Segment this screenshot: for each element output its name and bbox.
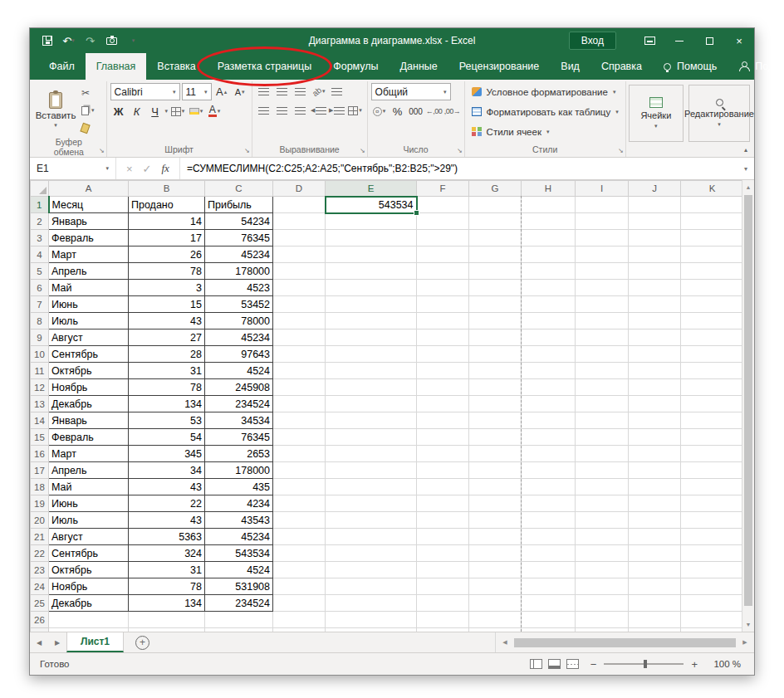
cell-I1[interactable] <box>576 197 629 213</box>
sign-in-button[interactable]: Вход <box>569 32 616 50</box>
cell-H20[interactable] <box>522 512 576 529</box>
cell-H1[interactable] <box>522 197 576 213</box>
cell-E1[interactable]: 543534 <box>326 197 417 213</box>
dialog-launcher-icon[interactable]: ↘ <box>457 148 463 154</box>
cell-J8[interactable] <box>629 313 681 329</box>
row-header-8[interactable]: 8 <box>31 313 49 329</box>
cell-F17[interactable] <box>417 462 469 479</box>
cell-E11[interactable] <box>326 363 417 379</box>
row-header-6[interactable]: 6 <box>31 280 49 296</box>
cell-A24[interactable]: Ноябрь <box>49 578 129 595</box>
cell-E10[interactable] <box>326 346 417 363</box>
decrease-indent-button[interactable]: ◀ <box>311 102 327 119</box>
tab-1[interactable]: Файл <box>38 53 86 80</box>
cell-F4[interactable] <box>417 246 469 263</box>
cell-K1[interactable] <box>681 197 744 213</box>
row-header-2[interactable]: 2 <box>31 213 49 230</box>
cell-A17[interactable]: Апрель <box>49 462 129 479</box>
save-button[interactable] <box>37 30 57 51</box>
page-break-preview-button[interactable] <box>566 659 579 669</box>
cell-C10[interactable]: 97643 <box>205 346 273 363</box>
cell-J14[interactable] <box>629 412 681 429</box>
row-header-17[interactable]: 17 <box>31 462 49 479</box>
cell-K10[interactable] <box>681 346 744 363</box>
row-header-20[interactable]: 20 <box>31 512 49 529</box>
cell-D19[interactable] <box>273 495 326 512</box>
cell-F12[interactable] <box>417 379 469 396</box>
scroll-up-button[interactable]: ▲ <box>742 180 754 194</box>
cell-G24[interactable] <box>469 578 522 595</box>
select-all-button[interactable] <box>31 181 49 197</box>
cell-K25[interactable] <box>681 595 744 612</box>
cell-I16[interactable] <box>576 446 629 462</box>
minimize-button[interactable] <box>664 28 694 53</box>
cell-A2[interactable]: Январь <box>49 213 129 230</box>
column-header-B[interactable]: B <box>129 181 205 197</box>
decrease-decimal-button[interactable]: ,00→ <box>444 103 461 120</box>
cell-D8[interactable] <box>273 313 326 329</box>
tab-4[interactable]: Разметка страницы <box>207 53 322 80</box>
cell-I17[interactable] <box>576 462 629 479</box>
cell-H6[interactable] <box>522 280 576 296</box>
cell-D12[interactable] <box>273 379 326 396</box>
cell-I3[interactable] <box>576 230 629 246</box>
help-button[interactable]: Помощь <box>653 53 728 80</box>
font-name-combo[interactable]: Calibri▾ <box>110 83 180 100</box>
ribbon-display-options-button[interactable] <box>635 28 664 53</box>
cell-E26[interactable] <box>326 612 417 628</box>
cell-G23[interactable] <box>469 562 522 578</box>
cell-I27[interactable] <box>576 628 629 632</box>
cell-E18[interactable] <box>326 479 417 495</box>
cell-A10[interactable]: Сентябрь <box>49 346 129 363</box>
cell-B9[interactable]: 27 <box>129 329 205 346</box>
cell-H18[interactable] <box>522 479 576 495</box>
cell-H10[interactable] <box>522 346 576 363</box>
cell-A6[interactable]: Май <box>49 280 129 296</box>
cell-C25[interactable]: 234524 <box>205 595 273 612</box>
cell-K7[interactable] <box>681 296 744 313</box>
cells-group-button[interactable]: Ячейки ▾ <box>629 85 684 142</box>
cell-A23[interactable]: Октябрь <box>49 562 129 578</box>
cell-C27[interactable] <box>205 628 273 632</box>
dialog-launcher-icon[interactable]: ↘ <box>618 148 624 154</box>
cell-I11[interactable] <box>576 363 629 379</box>
cell-B18[interactable]: 43 <box>129 479 205 495</box>
insert-function-button[interactable]: fx <box>162 162 169 175</box>
cell-D26[interactable] <box>273 612 326 628</box>
cell-C7[interactable]: 53452 <box>205 296 273 313</box>
cell-I14[interactable] <box>576 412 629 429</box>
cell-A16[interactable]: Март <box>49 446 129 462</box>
cell-F24[interactable] <box>417 578 469 595</box>
row-header-25[interactable]: 25 <box>31 595 49 612</box>
cell-C3[interactable]: 76345 <box>205 230 273 246</box>
cell-K11[interactable] <box>681 363 744 379</box>
cell-H21[interactable] <box>522 529 576 545</box>
tab-7[interactable]: Рецензирование <box>448 53 551 80</box>
cell-E15[interactable] <box>326 429 417 446</box>
merge-center-button[interactable]: ▾ <box>347 102 364 119</box>
cell-A9[interactable]: Август <box>49 329 129 346</box>
cell-I25[interactable] <box>576 595 629 612</box>
cell-B25[interactable]: 134 <box>129 595 205 612</box>
cell-E4[interactable] <box>326 246 417 263</box>
cell-D7[interactable] <box>273 296 326 313</box>
maximize-button[interactable] <box>694 28 724 53</box>
shrink-font-button[interactable]: А▾ <box>232 84 248 100</box>
cell-E27[interactable] <box>326 628 417 632</box>
row-header-16[interactable]: 16 <box>31 446 49 462</box>
align-top-button[interactable] <box>256 83 272 100</box>
add-sheet-button[interactable]: + <box>135 636 149 650</box>
cell-E16[interactable] <box>326 446 417 462</box>
cell-J11[interactable] <box>629 363 681 379</box>
cell-G13[interactable] <box>469 396 522 412</box>
cell-B19[interactable]: 22 <box>129 495 205 512</box>
cell-F3[interactable] <box>417 230 469 246</box>
cell-G21[interactable] <box>469 529 522 545</box>
cell-K9[interactable] <box>681 329 744 346</box>
cell-D9[interactable] <box>273 329 326 346</box>
cell-F21[interactable] <box>417 529 469 545</box>
cell-J22[interactable] <box>629 545 681 562</box>
cell-F15[interactable] <box>417 429 469 446</box>
cell-C16[interactable]: 2653 <box>205 446 273 462</box>
cell-A19[interactable]: Июнь <box>49 495 129 512</box>
